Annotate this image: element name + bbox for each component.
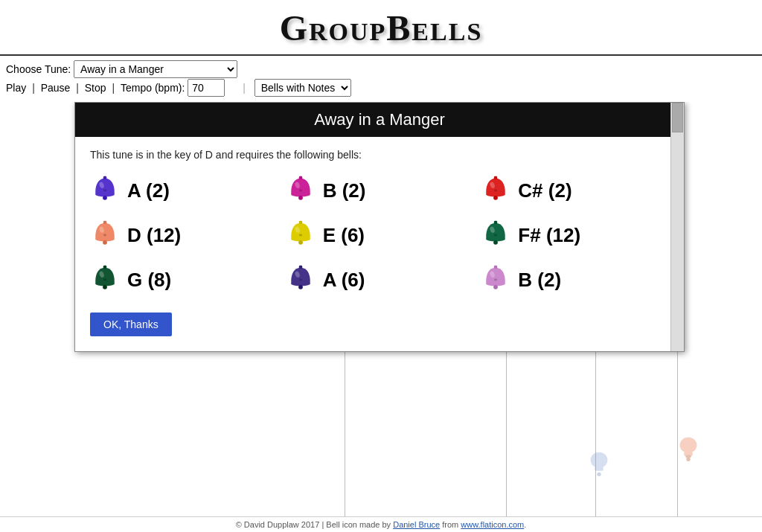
footer-text-after-link1: from xyxy=(440,520,461,529)
footer-text-end: . xyxy=(524,520,526,529)
modal-title: Away in a Manger xyxy=(75,103,684,137)
bell-note-label: D (12) xyxy=(127,224,181,247)
footer-link-author[interactable]: Daniel Bruce xyxy=(393,520,440,529)
svg-point-21 xyxy=(494,190,497,192)
tempo-label: Tempo (bpm): xyxy=(121,82,185,94)
svg-point-49 xyxy=(493,285,498,289)
choose-tune-label: Choose Tune: xyxy=(6,63,71,75)
svg-point-51 xyxy=(494,279,497,281)
bell-icon xyxy=(286,176,316,205)
play-button[interactable]: Play xyxy=(6,82,26,94)
svg-point-11 xyxy=(103,190,106,192)
svg-rect-43 xyxy=(298,266,301,269)
svg-point-9 xyxy=(103,196,107,200)
bg-bell-1 xyxy=(674,435,702,467)
bell-note-label: F# (12) xyxy=(518,224,580,247)
svg-rect-33 xyxy=(494,221,497,224)
svg-point-39 xyxy=(103,285,107,289)
svg-rect-28 xyxy=(298,221,301,224)
bell-note-label: B (2) xyxy=(518,269,561,292)
bell-item: D (12) xyxy=(90,220,278,250)
svg-point-46 xyxy=(298,279,301,281)
svg-rect-13 xyxy=(298,176,301,179)
tune-info-modal: Away in a Manger This tune is in the key… xyxy=(74,102,685,352)
bell-icon xyxy=(90,176,120,205)
modal-scrollbar[interactable] xyxy=(670,103,684,351)
bell-note-label: G (8) xyxy=(127,269,171,292)
separator-4: | xyxy=(243,82,246,94)
footer: © David Dupplaw 2017 | Bell icon made by… xyxy=(0,516,762,532)
ok-thanks-button[interactable]: OK, Thanks xyxy=(90,313,172,336)
svg-rect-38 xyxy=(103,266,106,269)
footer-link-flaticon[interactable]: www.flaticon.com xyxy=(461,520,524,529)
bell-icon xyxy=(481,176,510,205)
bell-icon xyxy=(90,265,120,295)
bell-note-label: C# (2) xyxy=(518,179,572,202)
bell-item: A (2) xyxy=(90,176,278,205)
app-title: GroupBells xyxy=(0,7,762,48)
svg-rect-5 xyxy=(595,467,603,471)
bell-icon xyxy=(286,265,316,295)
scrollbar-thumb[interactable] xyxy=(672,103,683,132)
view-select[interactable]: Bells with NotesBells OnlyNotes Only xyxy=(254,79,351,97)
bell-note-label: A (6) xyxy=(323,269,365,292)
svg-rect-8 xyxy=(103,176,106,179)
svg-point-34 xyxy=(493,240,498,245)
bell-item: A (6) xyxy=(286,265,474,295)
bell-grid: A (2)B (2)C# (2)D (12)E (6)F# (12)G (8)A… xyxy=(90,176,669,295)
svg-point-36 xyxy=(494,234,497,237)
modal-description: This tune is in the key of D and require… xyxy=(90,149,669,161)
svg-point-24 xyxy=(103,240,107,245)
stop-button[interactable]: Stop xyxy=(85,82,106,94)
bell-icon xyxy=(481,220,510,250)
svg-point-4 xyxy=(591,452,608,468)
svg-point-6 xyxy=(597,472,601,476)
bell-item: B (2) xyxy=(481,265,669,295)
svg-point-29 xyxy=(298,240,303,245)
svg-point-16 xyxy=(298,190,301,192)
bell-item: B (2) xyxy=(286,176,474,205)
modal-body: This tune is in the key of D and require… xyxy=(75,137,684,351)
bell-icon xyxy=(90,220,120,250)
bg-bell-2 xyxy=(585,450,613,481)
svg-rect-23 xyxy=(103,221,106,224)
svg-point-0 xyxy=(680,438,697,453)
svg-point-3 xyxy=(686,458,690,461)
bell-note-label: B (2) xyxy=(323,179,366,202)
bell-note-label: A (2) xyxy=(127,179,170,202)
app-header: GroupBells xyxy=(0,0,762,56)
main-area: D Away in a Manger This tune is in the k… xyxy=(0,102,762,519)
controls-bar: Choose Tune: Away in a MangerJingle Bell… xyxy=(0,56,762,102)
bell-item: G (8) xyxy=(90,265,278,295)
separator-3: | xyxy=(112,82,118,94)
tempo-input[interactable] xyxy=(188,79,225,97)
svg-point-14 xyxy=(298,196,303,200)
svg-point-41 xyxy=(103,279,106,281)
pause-button[interactable]: Pause xyxy=(41,82,71,94)
footer-text-before-link1: © David Dupplaw 2017 | Bell icon made by xyxy=(236,520,394,529)
svg-point-44 xyxy=(298,285,303,289)
bell-item: F# (12) xyxy=(481,220,669,250)
svg-rect-48 xyxy=(494,266,497,269)
separator-1: | xyxy=(32,82,38,94)
bell-item: C# (2) xyxy=(481,176,669,205)
bell-icon xyxy=(481,265,510,295)
tune-select[interactable]: Away in a MangerJingle BellsSilent Night… xyxy=(74,60,237,78)
svg-point-31 xyxy=(298,234,301,237)
svg-point-26 xyxy=(103,234,106,237)
bell-icon xyxy=(286,220,316,250)
bell-item: E (6) xyxy=(286,220,474,250)
svg-rect-18 xyxy=(494,176,497,179)
svg-point-19 xyxy=(493,196,498,200)
separator-2: | xyxy=(76,82,82,94)
bell-note-label: E (6) xyxy=(323,224,365,247)
